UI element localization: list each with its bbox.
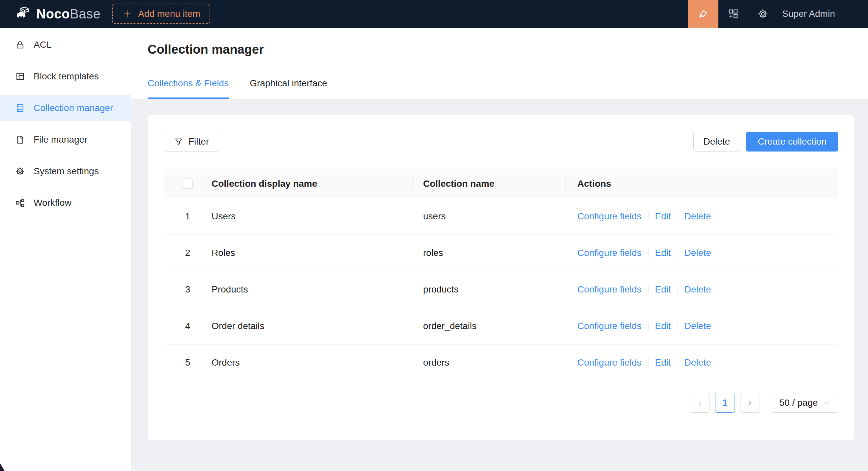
highlighter-icon <box>697 8 709 20</box>
filter-icon <box>174 137 183 146</box>
collections-table: Collection display name Collection name … <box>164 169 838 381</box>
brand-name: NocoBase <box>36 7 100 22</box>
vertical-divider <box>678 358 678 368</box>
sidebar-item-system-settings[interactable]: System settings <box>0 158 131 184</box>
chevron-left-icon <box>696 399 704 407</box>
vertical-divider <box>648 248 649 258</box>
tab-collections-and-fields[interactable]: Collections & Fields <box>148 77 229 99</box>
app-logo[interactable]: NocoBase <box>15 6 100 22</box>
collection-name: products <box>412 284 566 295</box>
file-icon <box>15 135 25 144</box>
sidebar-item-acl[interactable]: ACL <box>0 32 131 58</box>
configure-fields-link[interactable]: Configure fields <box>577 248 642 258</box>
edit-link[interactable]: Edit <box>655 248 671 258</box>
row-actions: Configure fieldsEditDelete <box>566 321 838 331</box>
collections-card: Filter Delete Create collection Coll <box>148 115 854 440</box>
edit-link[interactable]: Edit <box>655 357 671 368</box>
configure-fields-link[interactable]: Configure fields <box>577 357 642 368</box>
content-area: Filter Delete Create collection Coll <box>131 99 868 471</box>
table-header-row: Collection display name Collection name … <box>164 169 838 198</box>
edit-link[interactable]: Edit <box>655 321 671 331</box>
sidebar-item-label: System settings <box>34 166 99 176</box>
app-window: NocoBase Add menu item <box>0 0 868 471</box>
row-actions: Configure fieldsEditDelete <box>566 357 838 368</box>
select-all-checkbox[interactable] <box>183 178 193 189</box>
collection-display-name: Products <box>212 284 412 295</box>
table-row: 4Order detailsorder_detailsConfigure fie… <box>164 308 838 344</box>
main-content: Collection manager Collections & Fields … <box>131 28 868 471</box>
current-user-menu[interactable]: Super Admin <box>782 8 835 19</box>
configure-fields-link[interactable]: Configure fields <box>577 211 642 222</box>
vertical-divider <box>678 211 678 221</box>
row-index: 3 <box>164 284 212 295</box>
top-navigation-bar: NocoBase Add menu item <box>0 0 868 28</box>
page-size-value: 50 / page <box>779 398 818 408</box>
nocobase-logo-icon <box>15 6 31 22</box>
table-row: 5OrdersordersConfigure fieldsEditDelete <box>164 344 838 381</box>
tab-graphical-interface[interactable]: Graphical interface <box>250 77 327 99</box>
gear-icon <box>15 166 25 176</box>
delete-link[interactable]: Delete <box>684 211 711 222</box>
delete-link[interactable]: Delete <box>684 321 711 331</box>
collection-name: users <box>412 211 566 222</box>
table-body: 1UsersusersConfigure fieldsEditDelete2Ro… <box>164 198 838 381</box>
row-actions: Configure fieldsEditDelete <box>566 284 838 295</box>
vertical-divider <box>678 321 678 331</box>
page-header: Collection manager Collections & Fields … <box>131 28 868 99</box>
filter-button-label: Filter <box>188 136 209 147</box>
toolbar-right-actions: Delete Create collection <box>693 132 838 152</box>
sidebar-item-label: Workflow <box>34 198 71 208</box>
vertical-divider <box>648 358 649 368</box>
page-number-button[interactable]: 1 <box>715 393 735 413</box>
collection-name: orders <box>412 357 566 368</box>
table-header-cell-display-name: Collection display name <box>212 178 412 189</box>
plus-icon <box>122 9 132 19</box>
row-actions: Configure fieldsEditDelete <box>566 248 838 258</box>
next-page-button[interactable] <box>740 393 760 413</box>
collection-display-name: Users <box>212 211 412 222</box>
partition-icon <box>15 198 25 208</box>
row-index: 2 <box>164 248 212 258</box>
delete-link[interactable]: Delete <box>684 284 711 295</box>
delete-button-label: Delete <box>704 136 730 147</box>
vertical-divider <box>648 211 649 221</box>
table-row: 2RolesrolesConfigure fieldsEditDelete <box>164 235 838 271</box>
create-collection-button[interactable]: Create collection <box>746 132 838 152</box>
ui-editor-button[interactable] <box>688 0 718 28</box>
vertical-divider <box>678 248 678 258</box>
edit-link[interactable]: Edit <box>655 284 671 295</box>
sidebar-item-label: ACL <box>34 39 52 50</box>
collection-display-name: Roles <box>212 248 412 258</box>
row-actions: Configure fieldsEditDelete <box>566 211 838 222</box>
configure-fields-link[interactable]: Configure fields <box>577 284 642 295</box>
create-collection-label: Create collection <box>757 136 827 147</box>
filter-button[interactable]: Filter <box>164 132 219 152</box>
sidebar: ACL Block templates <box>0 28 131 471</box>
add-menu-item-button[interactable]: Add menu item <box>112 4 210 24</box>
sidebar-item-workflow[interactable]: Workflow <box>0 190 131 216</box>
row-index: 5 <box>164 357 212 368</box>
sidebar-item-file-manager[interactable]: File manager <box>0 127 131 153</box>
settings-button[interactable] <box>748 0 778 28</box>
row-index: 4 <box>164 321 212 331</box>
collection-display-name: Orders <box>212 357 412 368</box>
vertical-divider <box>678 284 678 295</box>
table-header-cell-select <box>164 178 212 189</box>
pagination: 1 50 / page <box>164 393 838 413</box>
row-index: 1 <box>164 211 212 222</box>
gear-icon <box>757 8 769 20</box>
lock-icon <box>15 40 25 50</box>
delete-button[interactable]: Delete <box>693 132 741 152</box>
edit-link[interactable]: Edit <box>655 211 671 222</box>
sidebar-item-collection-manager[interactable]: Collection manager <box>0 95 131 121</box>
tab-bar: Collections & Fields Graphical interface <box>148 77 868 99</box>
plugins-button[interactable] <box>718 0 748 28</box>
table-row: 3ProductsproductsConfigure fieldsEditDel… <box>164 271 838 308</box>
delete-link[interactable]: Delete <box>684 248 711 258</box>
previous-page-button[interactable] <box>690 393 710 413</box>
delete-link[interactable]: Delete <box>684 357 711 368</box>
page-size-select[interactable]: 50 / page <box>772 393 838 413</box>
sidebar-item-block-templates[interactable]: Block templates <box>0 63 131 90</box>
collection-name: roles <box>412 248 566 258</box>
configure-fields-link[interactable]: Configure fields <box>577 321 642 331</box>
